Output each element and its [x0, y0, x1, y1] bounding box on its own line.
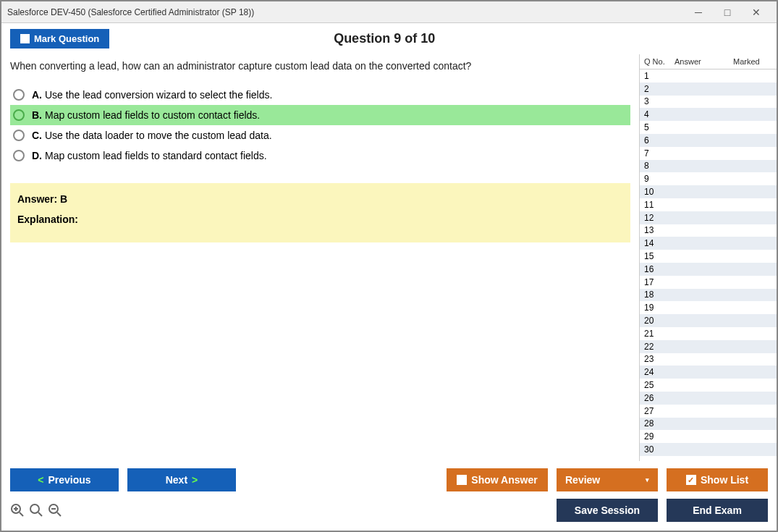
table-row[interactable]: 21 [640, 327, 777, 340]
table-row[interactable]: 19 [640, 301, 777, 314]
qno-cell: 28 [640, 418, 675, 428]
sidebar-header: Q No. Answer Marked [640, 54, 777, 69]
table-row[interactable]: 14 [640, 237, 777, 250]
qno-cell: 26 [640, 393, 675, 403]
table-row[interactable]: 17 [640, 276, 777, 289]
table-row[interactable]: 12 [640, 211, 777, 224]
table-row[interactable]: 9 [640, 172, 777, 185]
end-exam-button[interactable]: End Exam [667, 499, 768, 522]
qno-cell: 29 [640, 431, 675, 442]
qno-cell: 22 [640, 342, 675, 352]
question-counter: Question 9 of 10 [109, 31, 659, 46]
option-d[interactable]: D. Map custom lead fields to standard co… [10, 145, 630, 166]
qno-cell: 6 [640, 135, 675, 145]
qno-cell: 13 [640, 225, 675, 235]
table-row[interactable]: 30 [640, 443, 777, 456]
col-header-marked: Marked [733, 57, 777, 66]
review-label: Review [565, 474, 600, 486]
explanation-label: Explanation: [17, 214, 623, 225]
table-row[interactable]: 8 [640, 160, 777, 173]
option-text: Use the data loader to move the custom l… [45, 130, 272, 141]
table-row[interactable]: 26 [640, 392, 777, 405]
option-c[interactable]: C. Use the data loader to move the custo… [10, 125, 630, 145]
table-row[interactable]: 22 [640, 340, 777, 353]
radio-icon [13, 150, 25, 161]
previous-button[interactable]: < Previous [10, 468, 119, 491]
table-row[interactable]: 3 [640, 96, 777, 109]
table-row[interactable]: 25 [640, 379, 777, 392]
close-button[interactable]: ✕ [742, 4, 771, 21]
option-letter: D. [32, 150, 42, 161]
zoom-out-icon[interactable] [48, 503, 62, 518]
zoom-in-icon[interactable] [29, 503, 43, 518]
svg-line-5 [38, 512, 42, 516]
table-row[interactable]: 24 [640, 366, 777, 379]
checkbox-icon [20, 34, 30, 43]
save-session-button[interactable]: Save Session [557, 499, 658, 522]
answer-line: Answer: B [17, 193, 623, 205]
qno-cell: 10 [640, 187, 675, 197]
footer-row-1: < Previous Next > Show Answer Review ▾ ✓… [10, 468, 768, 491]
footer-row-2: Save Session End Exam [10, 499, 768, 522]
chevron-right-icon: > [192, 474, 198, 486]
show-answer-button[interactable]: Show Answer [447, 468, 548, 491]
minimize-button[interactable]: ─ [684, 4, 713, 21]
table-row[interactable]: 29 [640, 430, 777, 443]
qno-cell: 25 [640, 380, 675, 390]
question-text: When converting a lead, how can an admin… [10, 60, 630, 72]
option-a[interactable]: A. Use the lead conversion wizard to sel… [10, 85, 630, 105]
svg-line-1 [20, 512, 23, 516]
question-list-sidebar: Q No. Answer Marked 12345678910111213141… [639, 54, 777, 461]
table-row[interactable]: 18 [640, 289, 777, 302]
table-row[interactable]: 2 [640, 83, 777, 96]
qno-cell: 9 [640, 174, 675, 184]
qno-cell: 12 [640, 213, 675, 223]
radio-icon [13, 89, 25, 101]
show-list-button[interactable]: ✓ Show List [667, 468, 768, 491]
sidebar-list[interactable]: 1234567891011121314151617181920212223242… [640, 69, 777, 461]
qno-cell: 2 [640, 84, 675, 94]
radio-icon [13, 130, 25, 141]
qno-cell: 18 [640, 290, 675, 300]
save-session-label: Save Session [575, 504, 640, 516]
qno-cell: 8 [640, 161, 675, 171]
maximize-button[interactable]: □ [713, 4, 742, 21]
option-b[interactable]: B. Map custom lead fields to custom cont… [10, 105, 630, 125]
option-letter: B. [32, 109, 42, 121]
radio-icon [13, 109, 25, 121]
next-button[interactable]: Next > [127, 468, 236, 491]
review-dropdown[interactable]: Review ▾ [557, 468, 658, 491]
show-answer-label: Show Answer [471, 474, 537, 486]
qno-cell: 11 [640, 200, 675, 210]
qno-cell: 16 [640, 264, 675, 274]
zoom-reset-icon[interactable] [10, 503, 25, 518]
table-row[interactable]: 13 [640, 224, 777, 237]
option-text: Map custom lead fields to custom contact… [45, 109, 260, 121]
table-row[interactable]: 11 [640, 198, 777, 211]
qno-cell: 24 [640, 367, 675, 377]
table-row[interactable]: 27 [640, 405, 777, 418]
mark-question-button[interactable]: Mark Question [10, 29, 109, 48]
qno-cell: 27 [640, 406, 675, 416]
footer: < Previous Next > Show Answer Review ▾ ✓… [1, 461, 777, 531]
table-row[interactable]: 4 [640, 108, 777, 121]
qno-cell: 17 [640, 277, 675, 287]
table-row[interactable]: 1 [640, 69, 777, 83]
table-row[interactable]: 10 [640, 185, 777, 198]
table-row[interactable]: 28 [640, 418, 777, 431]
qno-cell: 19 [640, 303, 675, 313]
table-row[interactable]: 7 [640, 147, 777, 160]
svg-line-7 [57, 512, 61, 516]
qno-cell: 23 [640, 354, 675, 364]
table-row[interactable]: 5 [640, 121, 777, 134]
table-row[interactable]: 16 [640, 263, 777, 276]
qno-cell: 7 [640, 148, 675, 159]
table-row[interactable]: 15 [640, 250, 777, 263]
table-row[interactable]: 20 [640, 314, 777, 327]
checkbox-icon [457, 475, 467, 485]
option-letter: A. [32, 89, 42, 101]
table-row[interactable]: 23 [640, 353, 777, 366]
previous-label: Previous [48, 474, 91, 486]
table-row[interactable]: 6 [640, 134, 777, 147]
qno-cell: 20 [640, 316, 675, 326]
